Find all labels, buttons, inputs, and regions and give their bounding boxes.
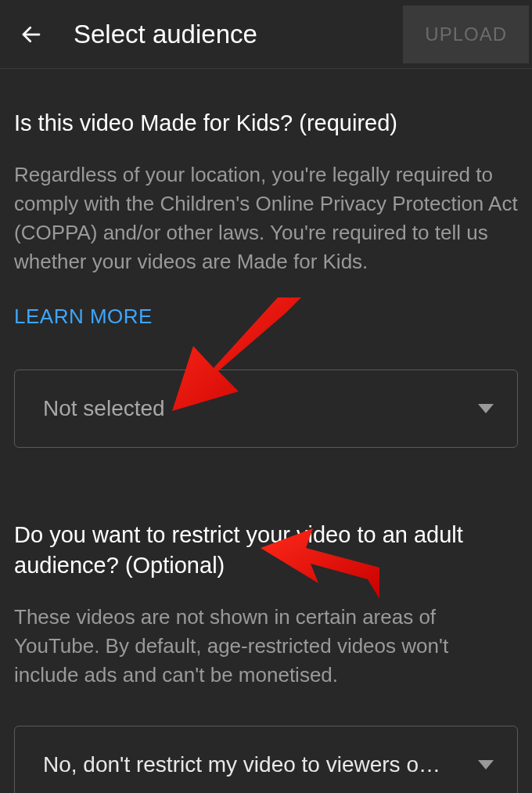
age-restriction-description: These videos are not shown in certain ar…	[14, 603, 518, 690]
age-restriction-heading: Do you want to restrict your video to an…	[14, 520, 518, 581]
back-button[interactable]	[13, 16, 50, 53]
made-for-kids-section: Is this video Made for Kids? (required) …	[14, 108, 518, 448]
chevron-down-icon	[478, 760, 494, 770]
made-for-kids-description: Regardless of your location, you're lega…	[14, 160, 518, 276]
content: Is this video Made for Kids? (required) …	[0, 69, 532, 793]
header: Select audience UPLOAD	[0, 0, 532, 69]
learn-more-link[interactable]: LEARN MORE	[14, 305, 153, 329]
made-for-kids-dropdown[interactable]: Not selected	[14, 369, 518, 448]
made-for-kids-dropdown-value: Not selected	[43, 396, 165, 421]
svg-marker-1	[478, 404, 494, 413]
age-restriction-section: Do you want to restrict your video to an…	[14, 520, 518, 793]
age-restriction-dropdown-value: No, don't restrict my video to viewers o…	[43, 752, 440, 777]
chevron-down-icon	[478, 404, 494, 413]
svg-marker-2	[478, 760, 494, 770]
made-for-kids-heading: Is this video Made for Kids? (required)	[14, 108, 518, 139]
upload-button[interactable]: UPLOAD	[403, 5, 529, 63]
arrow-left-icon	[20, 23, 43, 46]
page-title: Select audience	[50, 20, 403, 49]
age-restriction-dropdown[interactable]: No, don't restrict my video to viewers o…	[14, 726, 518, 793]
